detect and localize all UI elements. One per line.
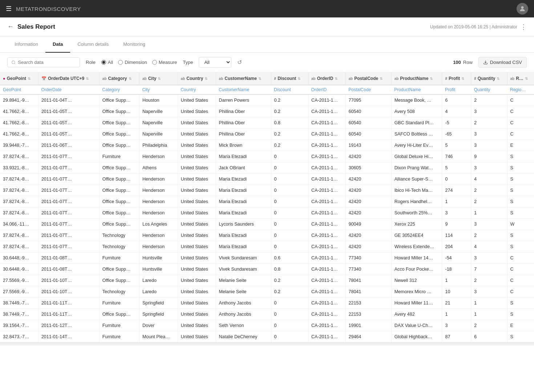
cell-1-6: 0.2	[271, 106, 308, 117]
col-header-category[interactable]: abCategory⇅	[99, 72, 139, 85]
col-header-geopoint[interactable]: ●GeoPoint⇅	[0, 72, 38, 85]
cell-3-11: 3	[471, 129, 507, 140]
search-input[interactable]	[18, 60, 76, 65]
app-logo: METATRONDISCOVERY	[16, 6, 81, 12]
cell-11-8: 90049	[345, 219, 391, 230]
cell-13-4: United States	[178, 241, 216, 252]
cell-15-2: Office Supp…	[99, 264, 139, 275]
col-header-quantity[interactable]: #Quantity⇅	[471, 72, 507, 85]
cell-6-3: Athens	[139, 162, 178, 174]
cell-12-5: Maria Etezadi	[216, 230, 271, 241]
radio-dimension[interactable]: Dimension	[118, 60, 147, 65]
table-row: 38.7449,-7…2011-01-11T…FurnitureSpringfi…	[0, 298, 534, 309]
cell-17-3: Laredo	[139, 286, 178, 298]
cell-5-9: Global Deluxe Hi…	[391, 151, 442, 162]
cell-21-2: Furniture	[99, 331, 139, 343]
cell-11-12: W	[507, 219, 534, 230]
cell-11-4: United States	[178, 219, 216, 230]
cell-3-10: -65	[442, 129, 471, 140]
col-header-productname[interactable]: abProductName⇅	[391, 72, 442, 85]
col-header-orderid[interactable]: abOrderID⇅	[308, 72, 346, 85]
cell-0-7: CA-2011-1…	[308, 94, 346, 106]
cell-5-5: Maria Etezadi	[216, 151, 271, 162]
cell-12-4: United States	[178, 230, 216, 241]
cell-19-11: 1	[471, 309, 507, 320]
cell-18-3: Springfield	[139, 298, 178, 309]
cell-19-12: S	[507, 309, 534, 320]
str-type-icon: ab	[349, 77, 353, 81]
cell-18-1: 2011-01-11T…	[38, 298, 99, 309]
radio-all[interactable]: All	[101, 60, 113, 65]
data-table-container[interactable]: ●GeoPoint⇅📅OrderDate UTC+9⇅abCategory⇅ab…	[0, 72, 534, 392]
col-fieldname-city: City	[139, 85, 178, 94]
table-row: 37.8274,-8…2011-01-07T…Office Supp…Hende…	[0, 174, 534, 185]
cell-17-1: 2011-01-10T…	[38, 286, 99, 298]
str-type-icon: ab	[181, 77, 185, 81]
cell-7-6: 0	[271, 174, 308, 185]
cell-13-0: 37.8274,-8…	[0, 241, 38, 252]
cell-17-8: 78041	[345, 286, 391, 298]
cell-17-5: Melanie Seite	[216, 286, 271, 298]
type-select[interactable]: All String Number Date Boolean	[199, 57, 231, 68]
cell-7-8: 42420	[345, 174, 391, 185]
col-header-profit[interactable]: #Profit⇅	[442, 72, 471, 85]
geo-type-icon: ●	[3, 76, 5, 81]
more-options-icon[interactable]: ⋮	[520, 23, 527, 31]
tab-information[interactable]: Information	[7, 36, 45, 53]
cell-17-0: 27.5569,-9…	[0, 286, 38, 298]
col-fieldname-region: Regio…	[507, 85, 534, 94]
table-row: 37.8274,-8…2011-01-07T…TechnologyHenders…	[0, 241, 534, 252]
cell-3-7: CA-2011-1…	[308, 129, 346, 140]
back-button[interactable]: ←	[7, 23, 14, 31]
num-type-icon: #	[274, 77, 276, 81]
cell-21-11: 6	[471, 331, 507, 343]
col-header-discount[interactable]: #Discount⇅	[271, 72, 308, 85]
tab-monitoring[interactable]: Monitoring	[116, 36, 153, 53]
user-avatar[interactable]	[517, 3, 528, 15]
download-csv-button[interactable]: Download CSV	[478, 57, 527, 68]
cell-14-4: United States	[178, 252, 216, 264]
cell-21-3: Mount Plea…	[139, 331, 178, 343]
cell-6-11: 3	[471, 162, 507, 174]
col-fieldname-geopoint: GeoPoint	[0, 85, 38, 94]
cell-13-2: Technology	[99, 241, 139, 252]
col-header-country[interactable]: abCountry⇅	[178, 72, 216, 85]
cell-16-10: 1	[442, 275, 471, 286]
svg-point-0	[521, 6, 524, 9]
cell-5-1: 2011-01-07T…	[38, 151, 99, 162]
cell-10-5: Maria Etezadi	[216, 207, 271, 219]
cell-5-8: 42420	[345, 151, 391, 162]
cell-0-1: 2011-01-04T…	[38, 94, 99, 106]
col-fieldname-postalcode: PostalCode	[345, 85, 391, 94]
col-header-region[interactable]: abR…⇅	[507, 72, 534, 85]
cell-5-3: Henderson	[139, 151, 178, 162]
cell-16-11: 2	[471, 275, 507, 286]
cell-20-3: Dover	[139, 320, 178, 331]
refresh-button[interactable]: ↺	[237, 59, 242, 66]
cell-11-9: Xerox 225	[391, 219, 442, 230]
cell-9-3: Henderson	[139, 196, 178, 207]
cell-16-7: CA-2011-1…	[308, 275, 346, 286]
row-label: Row	[463, 60, 473, 65]
cell-8-10: 274	[442, 185, 471, 196]
col-header-orderdate[interactable]: 📅OrderDate UTC+9⇅	[38, 72, 99, 85]
cell-6-6: 0	[271, 162, 308, 174]
col-header-customername[interactable]: abCustomerName⇅	[216, 72, 271, 85]
cell-0-5: Darren Powers	[216, 94, 271, 106]
menu-icon[interactable]: ☰	[6, 5, 12, 13]
cell-1-1: 2011-01-05T…	[38, 106, 99, 117]
cell-1-7: CA-2011-1…	[308, 106, 346, 117]
col-fieldname-orderid: OrderID	[308, 85, 346, 94]
str-type-icon: ab	[395, 77, 399, 81]
search-box[interactable]	[7, 57, 80, 67]
data-table: ●GeoPoint⇅📅OrderDate UTC+9⇅abCategory⇅ab…	[0, 72, 534, 343]
cell-17-7: CA-2011-1…	[308, 286, 346, 298]
col-header-postalcode[interactable]: abPostalCode⇅	[345, 72, 391, 85]
tab-data[interactable]: Data	[45, 36, 70, 53]
cell-8-4: United States	[178, 185, 216, 196]
cell-15-9: Acco Four Pocke…	[391, 264, 442, 275]
cell-3-5: Phillina Ober	[216, 129, 271, 140]
col-header-city[interactable]: abCity⇅	[139, 72, 178, 85]
tab-column-details[interactable]: Column details	[70, 36, 116, 53]
radio-measure[interactable]: Measure	[152, 60, 177, 65]
